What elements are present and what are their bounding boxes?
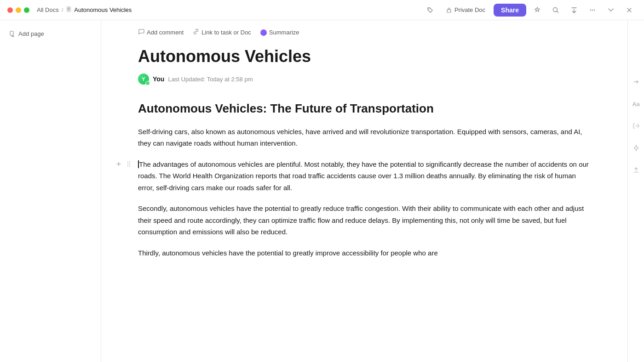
document-title[interactable]: Autonomous Vehicles: [138, 46, 591, 66]
breadcrumb-doc-name[interactable]: Autonomous Vehicles: [74, 6, 132, 13]
paragraph-1-text: Self-driving cars, also known as autonom…: [138, 128, 582, 147]
close-button[interactable]: [7, 7, 13, 13]
link-task-label: Link to task or Doc: [201, 29, 251, 36]
summarize-button[interactable]: Summarize: [260, 28, 299, 37]
text-format-button[interactable]: Aa: [630, 97, 643, 110]
right-sidebar: Aa: [627, 20, 644, 362]
doc-file-icon: [66, 6, 72, 14]
title-bar: All Docs / Autonomous Vehicles: [0, 0, 644, 20]
add-page-label: Add page: [18, 30, 44, 37]
collapse-icon-button[interactable]: [604, 3, 618, 17]
paragraph-4: Thirdly, autonomous vehicles have the po…: [138, 247, 591, 259]
link-icon: [193, 28, 199, 36]
add-comment-button[interactable]: Add comment: [138, 28, 184, 37]
comment-icon: [138, 28, 144, 36]
avatar: Y: [138, 74, 149, 85]
private-doc-label: Private Doc: [454, 6, 485, 13]
search-icon-button[interactable]: [548, 3, 563, 17]
svg-point-17: [129, 161, 130, 162]
paragraph-2-text: The advantages of autonomous vehicles ar…: [138, 160, 589, 192]
doc-author: You: [153, 75, 164, 83]
document-heading: Autonomous Vehicles: The Future of Trans…: [138, 101, 591, 117]
breadcrumb-separator: /: [62, 6, 63, 13]
main-layout: Add page Add comment Link to ta: [0, 20, 644, 362]
doc-toolbar: Add comment Link to task or Doc Summariz…: [138, 20, 591, 46]
export-icon-button[interactable]: [567, 3, 581, 17]
svg-point-10: [594, 9, 595, 10]
svg-point-16: [127, 161, 128, 162]
content-area: Add comment Link to task or Doc Summariz…: [101, 20, 627, 362]
title-bar-left: All Docs / Autonomous Vehicles: [7, 6, 132, 14]
block-drag-button[interactable]: [124, 159, 133, 169]
traffic-lights: [7, 7, 29, 13]
breadcrumb-doc: Autonomous Vehicles: [66, 6, 132, 14]
breadcrumb: All Docs / Autonomous Vehicles: [37, 6, 132, 14]
svg-line-7: [557, 11, 558, 12]
paragraph-2: The advantages of autonomous vehicles ar…: [138, 158, 591, 194]
upload-button[interactable]: [630, 164, 643, 176]
tag-icon-button[interactable]: [423, 3, 437, 17]
link-task-button[interactable]: Link to task or Doc: [193, 28, 251, 37]
doc-meta: Y You Last Updated: Today at 2:58 pm: [138, 74, 591, 85]
collapse-panel-button[interactable]: [630, 75, 643, 88]
close-window-button[interactable]: [622, 3, 637, 17]
more-options-button[interactable]: [585, 3, 600, 17]
svg-point-8: [590, 9, 591, 10]
add-page-button[interactable]: Add page: [6, 28, 95, 40]
share-button[interactable]: Share: [494, 4, 526, 17]
paragraph-3: Secondly, autonomous vehicles have the p…: [138, 203, 591, 238]
block-controls: [114, 159, 133, 169]
doc-last-updated: Last Updated: Today at 2:58 pm: [168, 76, 253, 83]
svg-point-4: [428, 8, 429, 9]
svg-rect-5: [447, 10, 451, 12]
breadcrumb-all-docs[interactable]: All Docs: [37, 6, 59, 13]
svg-point-21: [129, 165, 130, 166]
svg-point-19: [129, 164, 130, 164]
svg-point-18: [127, 164, 128, 164]
add-comment-label: Add comment: [147, 29, 184, 36]
svg-point-20: [127, 165, 128, 166]
share-right-button[interactable]: [630, 119, 643, 132]
paragraph-1: Self-driving cars, also known as autonom…: [138, 126, 591, 149]
maximize-button[interactable]: [24, 7, 29, 13]
sidebar: Add page: [0, 20, 101, 362]
block-add-button[interactable]: [114, 159, 123, 169]
summarize-icon: [260, 29, 267, 36]
summarize-label: Summarize: [269, 29, 299, 36]
star-icon-button[interactable]: [530, 3, 545, 17]
private-doc-button[interactable]: Private Doc: [441, 5, 490, 15]
svg-point-9: [592, 9, 593, 10]
title-bar-right: Private Doc Share: [423, 3, 637, 17]
settings-sparkle-button[interactable]: [630, 141, 643, 154]
minimize-button[interactable]: [16, 7, 21, 13]
avatar-online-badge: [145, 81, 150, 85]
